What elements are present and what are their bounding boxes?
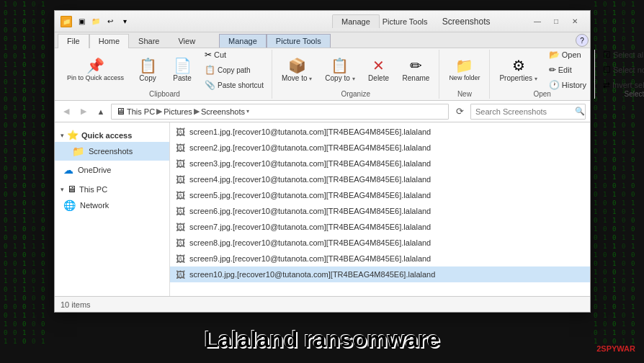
tab-picture-tools[interactable]: Picture Tools	[267, 34, 331, 48]
ribbon-tabs: File Home Share View Manage Picture Tool…	[55, 32, 590, 48]
file-name: screen6.jpg.[recover10@tutanota.com][TR4…	[189, 207, 431, 215]
refresh-button[interactable]: ⟳	[452, 104, 468, 120]
address-path[interactable]: 🖥 This PC ▶ Pictures ▶ Screenshots ▾	[111, 104, 449, 120]
sidebar-item-this-pc[interactable]: ▾ 🖥 This PC	[55, 179, 169, 196]
file-icon: 🖼	[176, 174, 185, 185]
file-name: screen8.jpg.[recover10@tutanota.com][TR4…	[189, 238, 431, 247]
file-item[interactable]: 🖼screen1.jpg.[recover10@tutanota.com][TR…	[170, 124, 590, 140]
file-icon: 🖼	[176, 254, 185, 264]
paste-button-large[interactable]: 📄 Paste	[166, 51, 198, 89]
rename-button[interactable]: ✏ Rename	[398, 51, 435, 89]
move-to-arrow: ▾	[309, 76, 312, 82]
ribbon-group-open: ⚙ Properties ▾ 📂 Open ✏	[490, 50, 595, 99]
qat-new-folder-button[interactable]: 📁	[89, 15, 102, 28]
cut-button[interactable]: ✂ Cut	[201, 48, 267, 62]
tab-home[interactable]: Home	[89, 34, 129, 48]
edit-button[interactable]: ✏ Edit	[545, 63, 590, 77]
path-segment-this-pc[interactable]: This PC	[127, 107, 155, 116]
file-name: screen4.jpg.[recover10@tutanota.com][TR4…	[189, 175, 431, 184]
ribbon-group-organize: 📦 Move to ▾ 📋 Copy to ▾	[272, 50, 439, 99]
file-item[interactable]: 🖼screen7.jpg.[recover10@tutanota.com][TR…	[170, 219, 590, 235]
properties-icon: ⚙	[512, 58, 525, 73]
move-to-button[interactable]: 📦 Move to ▾	[277, 51, 317, 89]
close-button[interactable]: ✕	[565, 14, 584, 29]
file-item[interactable]: 🖼screen9.jpg.[recover10@tutanota.com][TR…	[170, 251, 590, 266]
copy-to-button[interactable]: 📋 Copy to ▾	[320, 51, 359, 89]
sidebar-item-onedrive[interactable]: ☁ OneDrive	[55, 161, 169, 179]
quick-access-expand-arrow: ▾	[61, 132, 64, 139]
help-button[interactable]: ?	[576, 34, 589, 47]
search-box[interactable]: 🔍	[470, 104, 586, 120]
file-list: 🖼screen1.jpg.[recover10@tutanota.com][TR…	[170, 122, 590, 296]
onedrive-icon: ☁	[63, 164, 73, 176]
copy-icon-large: 📋	[139, 58, 157, 73]
file-name: screen10.jpg.[recover10@tutanota.com][TR…	[189, 270, 435, 279]
minimize-button[interactable]: —	[528, 14, 547, 29]
path-segment-screenshots[interactable]: Screenshots	[201, 107, 245, 116]
copy-to-arrow: ▾	[352, 76, 355, 82]
open-group-content: ⚙ Properties ▾ 📂 Open ✏	[494, 51, 590, 89]
address-bar: ◀ ▶ ▲ 🖥 This PC ▶ Pictures ▶ Screenshots…	[55, 101, 590, 122]
tab-share[interactable]: Share	[129, 34, 169, 48]
file-item[interactable]: 🖼screen3.jpg.[recover10@tutanota.com][TR…	[170, 156, 590, 171]
tab-file[interactable]: File	[58, 34, 89, 48]
ribbon-group-select: ☑ Select all ☐ Select none ⇄ Invert sele…	[595, 50, 644, 99]
help-area: ?	[331, 32, 590, 48]
file-item[interactable]: 🖼screen6.jpg.[recover10@tutanota.com][TR…	[170, 203, 590, 219]
search-input[interactable]	[475, 107, 575, 116]
file-item[interactable]: 🖼screen10.jpg.[recover10@tutanota.com][T…	[170, 266, 590, 282]
select-none-button[interactable]: ☐ Select none	[599, 63, 644, 77]
copy-button-large[interactable]: 📋 Copy	[132, 51, 164, 89]
status-count: 10 items	[61, 300, 91, 309]
path-dropdown-arrow[interactable]: ▾	[246, 108, 249, 115]
move-to-icon: 📦	[288, 58, 306, 73]
tab-manage[interactable]: Manage	[219, 34, 267, 48]
open-group-label: Open	[494, 89, 590, 99]
new-folder-button[interactable]: 📁 New folder	[444, 51, 485, 89]
select-none-icon: ☐	[603, 65, 611, 75]
qat-undo-button[interactable]: ↩	[104, 15, 117, 28]
tab-view[interactable]: View	[169, 34, 205, 48]
new-group-content: 📁 New folder	[444, 51, 485, 89]
select-all-icon: ☑	[603, 50, 611, 60]
properties-button[interactable]: ⚙ Properties ▾	[494, 51, 542, 89]
sidebar-item-screenshots[interactable]: 📁 Screenshots	[55, 142, 169, 161]
copy-path-button[interactable]: 📋 Copy path	[201, 63, 267, 77]
paste-icon-large: 📄	[174, 58, 192, 73]
ribbon-group-new: 📁 New folder New	[439, 50, 490, 99]
file-item[interactable]: 🖼screen4.jpg.[recover10@tutanota.com][TR…	[170, 171, 590, 187]
forward-button[interactable]: ▶	[76, 104, 91, 119]
sidebar: ▾ ⭐ Quick access 📁 Screenshots ☁ OneDriv…	[55, 122, 170, 296]
file-item[interactable]: 🖼screen8.jpg.[recover10@tutanota.com][TR…	[170, 235, 590, 251]
sidebar-section-quick-access[interactable]: ▾ ⭐ Quick access	[55, 125, 169, 142]
back-button[interactable]: ◀	[59, 104, 73, 119]
maximize-button[interactable]: □	[547, 14, 565, 29]
open-icon: 📂	[549, 50, 560, 60]
copy-path-icon: 📋	[205, 65, 215, 75]
properties-arrow: ▾	[535, 76, 537, 82]
qat-dropdown-button[interactable]: ▾	[118, 15, 131, 28]
page-title: Lalaland ransomware	[0, 326, 644, 353]
open-button[interactable]: 📂 Open	[545, 48, 590, 62]
file-icon: 🖼	[176, 238, 185, 248]
path-separator-2: ▶	[194, 107, 200, 116]
up-button[interactable]: ▲	[94, 104, 108, 119]
file-name: screen3.jpg.[recover10@tutanota.com][TR4…	[189, 159, 431, 168]
delete-button[interactable]: ✕ Delete	[363, 51, 395, 89]
path-segment-pictures[interactable]: Pictures	[164, 107, 192, 116]
pin-to-quick-access-button[interactable]: 📌 Pin to Quick access	[62, 51, 129, 89]
sidebar-item-network[interactable]: 🌐 Network	[55, 196, 169, 215]
rename-icon: ✏	[410, 58, 422, 73]
qat-properties-button[interactable]: ▣	[75, 15, 88, 28]
title-bar-left: 📁 ▣ 📁 ↩ ▾	[61, 15, 295, 28]
file-icon: 🖼	[176, 222, 185, 233]
main-content: ▾ ⭐ Quick access 📁 Screenshots ☁ OneDriv…	[55, 122, 590, 296]
new-folder-icon: 📁	[455, 58, 473, 73]
select-all-button[interactable]: ☑ Select all	[599, 48, 644, 62]
file-name: screen1.jpg.[recover10@tutanota.com][TR4…	[189, 127, 431, 136]
manage-tab-label: Manage	[332, 14, 380, 28]
file-item[interactable]: 🖼screen5.jpg.[recover10@tutanota.com][TR…	[170, 187, 590, 203]
organize-group-content: 📦 Move to ▾ 📋 Copy to ▾	[277, 51, 434, 89]
delete-icon: ✕	[372, 58, 385, 73]
file-item[interactable]: 🖼screen2.jpg.[recover10@tutanota.com][TR…	[170, 140, 590, 156]
